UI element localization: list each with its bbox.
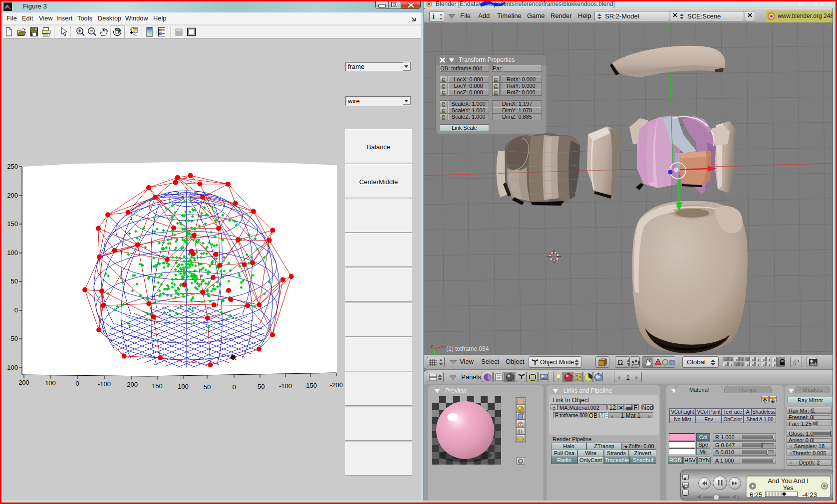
- svg-text:100: 100: [45, 379, 56, 387]
- svg-text:50: 50: [11, 277, 18, 285]
- svg-text:150: 150: [7, 220, 18, 228]
- svg-text:0: 0: [75, 380, 79, 387]
- svg-text:-50: -50: [256, 383, 265, 390]
- svg-text:-100: -100: [5, 364, 18, 371]
- svg-text:(1) totframe.084: (1) totframe.084: [446, 345, 489, 352]
- svg-text:z: z: [430, 344, 433, 349]
- svg-text:100: 100: [7, 249, 18, 256]
- svg-text:200: 200: [18, 379, 29, 386]
- svg-text:-100: -100: [98, 380, 111, 388]
- svg-text:-150: -150: [304, 382, 317, 389]
- svg-text:100: 100: [178, 383, 189, 390]
- svg-text:-100: -100: [279, 382, 292, 390]
- svg-text:-200: -200: [330, 381, 343, 389]
- svg-text:150: 150: [152, 382, 163, 390]
- svg-text:0: 0: [14, 306, 18, 314]
- svg-text:200: 200: [7, 192, 18, 199]
- svg-text:250: 250: [7, 163, 18, 170]
- svg-text:-200: -200: [125, 381, 138, 388]
- svg-text:-50: -50: [8, 335, 18, 342]
- svg-text:50: 50: [204, 383, 211, 391]
- svg-text:0: 0: [232, 383, 236, 391]
